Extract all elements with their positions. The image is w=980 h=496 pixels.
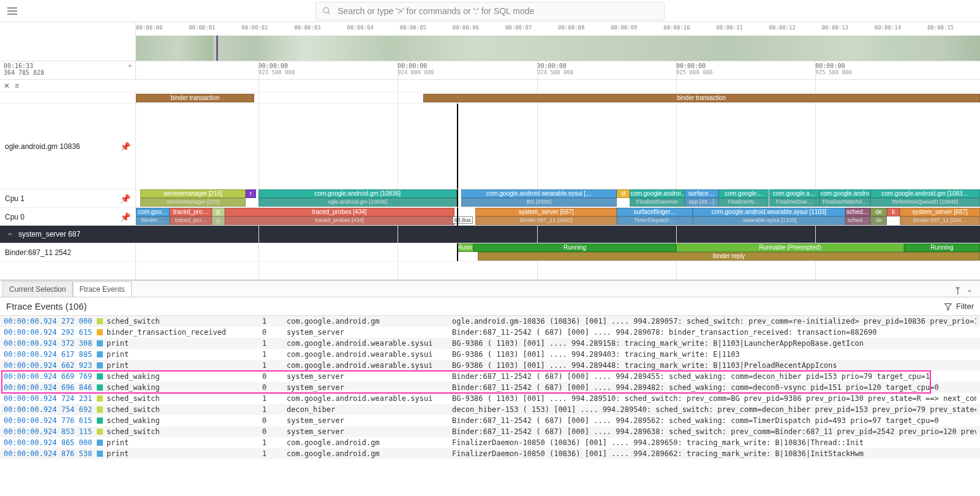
ftrace-row[interactable]: 00:00:00.924 662 923print1com.google.and… <box>0 360 980 371</box>
ev-name: sched_switch <box>107 317 160 326</box>
collapse-icon[interactable]: ✕ <box>4 82 10 90</box>
ftrace-row[interactable]: 00:00:00.924 617 885print1com.google.and… <box>0 349 980 360</box>
ev-message: BG-9386 ( 1103) [001] .... 994.289158: t… <box>452 339 976 348</box>
track-binder[interactable]: binder transactionbinder transaction <box>136 93 980 103</box>
ev-process: system_server <box>287 427 452 436</box>
ev-swatch <box>97 318 103 324</box>
omnibox[interactable] <box>315 2 665 20</box>
minimap-tick: 00:00:11 <box>716 25 742 31</box>
expand-icon[interactable]: ⌄ <box>967 285 973 297</box>
ev-name: print <box>107 339 129 348</box>
slice-bar[interactable]: k <box>887 208 900 216</box>
slice-bar[interactable]: com.google.a… <box>769 189 820 198</box>
ftrace-row[interactable]: 00:00:00.924 696 846sched_waking0system_… <box>0 382 980 393</box>
thread-track[interactable]: Runn…RunningRunnable (Preempted)Runningb… <box>136 243 980 261</box>
ev-swatch <box>97 329 103 335</box>
ftrace-row[interactable]: 00:00:00.924 292 615binder_transaction_r… <box>0 327 980 338</box>
ev-name: binder_transaction_received <box>107 328 226 337</box>
ev-cpu: 0 <box>262 427 287 436</box>
slice-bar[interactable]: system_server [687] <box>900 208 980 216</box>
track-process-gm[interactable]: ogle.android.gm 10836 📌 <box>0 104 136 189</box>
slice-bar[interactable]: com.google.android.wearable.sysui [… <box>461 189 617 198</box>
cpu-track-name[interactable]: Cpu 1📌 <box>0 189 136 207</box>
duration-badge: 63.8us <box>453 216 473 224</box>
slice-bar[interactable]: surface… <box>685 189 718 198</box>
ftrace-row[interactable]: 00:00:00.924 754 692sched_switch1decon_h… <box>0 404 980 415</box>
cpu-track[interactable]: com.goo…Binder:…traced_pro…traced_pro…pp… <box>136 208 980 226</box>
slice-sub: .wearable.sysui [1103] <box>693 216 845 225</box>
slice-bar[interactable]: com.google.android.gm [10836] <box>258 189 457 198</box>
thread-group-header[interactable]: system_server 687 <box>0 226 980 243</box>
slice-bar[interactable]: servicemanager [215] <box>140 189 246 198</box>
funnel-icon <box>944 302 952 311</box>
ruler-tick: 00:00:00925 500 000 <box>815 63 852 75</box>
slice-bar[interactable]: d <box>617 189 630 198</box>
ev-process: com.google.android.wearable.sysui <box>287 361 452 370</box>
cpu-track-name[interactable]: Cpu 0📌 <box>0 208 136 226</box>
track-process-gm-body[interactable] <box>136 104 980 189</box>
ftrace-event-list[interactable]: 00:00:00.924 272 000sched_switch1com.goo… <box>0 316 980 459</box>
slice-bar[interactable]: com.goo… <box>136 208 170 216</box>
ev-process: system_server <box>287 328 452 337</box>
slice-bar[interactable]: traced_pro… <box>170 208 212 216</box>
pin-icon[interactable]: 📌 <box>120 212 130 222</box>
ev-name: sched_waking <box>107 416 160 425</box>
time-ruler[interactable]: 00:00:00923 500 00000:00:00924 000 00000… <box>136 61 980 79</box>
slice-bar[interactable]: r <box>246 189 256 198</box>
ev-message: decon_hiber-153 ( 153) [001] .... 994.28… <box>452 405 976 414</box>
slice-bar[interactable]: system_server [687] <box>475 208 617 216</box>
ev-message: FinalizerDaemon-10850 (10836) [001] ....… <box>452 449 976 458</box>
slice-bar[interactable]: com.google.androi… <box>630 189 685 198</box>
minimap[interactable]: 00:00:0000:00:0100:00:0200:00:0300:00:04… <box>136 22 980 61</box>
slice-sub: de <box>870 216 888 225</box>
thread-name[interactable]: Binder:687_11 2542 <box>0 243 136 261</box>
slice-bar[interactable]: com.google… <box>718 189 769 198</box>
ev-swatch <box>97 340 103 346</box>
panel-tab[interactable]: Current Selection <box>2 281 73 297</box>
slice-bar[interactable]: surfaceflinger… <box>617 208 693 216</box>
scroll-top-icon[interactable]: ⤒ <box>954 285 962 297</box>
ftrace-row[interactable]: 00:00:00.924 865 000print1com.google.and… <box>0 437 980 448</box>
thread-slice[interactable]: Running <box>904 243 980 252</box>
ftrace-row[interactable]: 00:00:00.924 669 769sched_waking0system_… <box>0 371 980 382</box>
ftrace-row[interactable]: 00:00:00.924 372 308print1com.google.and… <box>0 338 980 349</box>
thread-group-name: system_server 687 <box>18 230 80 238</box>
slice-sub: traced_probes [434] <box>225 216 454 225</box>
slice-sub: Binder:687_11 [254… <box>900 216 980 225</box>
minimap-tick: 00:00:10 <box>663 25 690 31</box>
ev-timestamp: 00:00:00.924 853 115 <box>4 427 97 436</box>
slice-bar[interactable]: binder transaction <box>423 94 980 102</box>
pin-icon[interactable]: 📌 <box>120 194 130 204</box>
ftrace-row[interactable]: 00:00:00.924 272 000sched_switch1com.goo… <box>0 316 980 327</box>
thread-slice[interactable]: Runnable (Preempted) <box>676 243 904 252</box>
filter-lines-icon[interactable]: ≡ <box>15 82 17 90</box>
thread-slice[interactable]: binder reply <box>478 252 980 261</box>
panel-tab[interactable]: Ftrace Events <box>73 281 132 297</box>
ftrace-row[interactable]: 00:00:00.924 876 538print1com.google.and… <box>0 448 980 459</box>
ev-process: com.google.android.gm <box>287 317 452 326</box>
slice-bar[interactable]: com.google.android.wearable.sysui [1103] <box>693 208 845 216</box>
ev-message: FinalizerDaemon-10850 (10836) [001] ....… <box>452 438 976 447</box>
slice-bar[interactable]: com.google.andro… <box>820 189 870 198</box>
ev-name: print <box>107 438 129 447</box>
ev-swatch <box>97 429 103 435</box>
slice-bar[interactable]: p <box>212 208 225 216</box>
ftrace-row[interactable]: 00:00:00.924 724 231sched_switch1com.goo… <box>0 393 980 404</box>
thread-slice[interactable]: Runn… <box>457 243 474 252</box>
thread-slice[interactable]: Running <box>473 243 676 252</box>
ev-name: print <box>107 449 129 458</box>
slice-bar[interactable]: com.google.android.gm [1083… <box>870 189 980 198</box>
slice-bar[interactable]: traced_probes [434] <box>225 208 454 216</box>
slice-bar[interactable]: sched… <box>845 208 870 216</box>
cpu-track[interactable]: servicemanager [215]servicemanager [215]… <box>136 189 980 207</box>
ftrace-row[interactable]: 00:00:00.924 853 115sched_switch0system_… <box>0 426 980 437</box>
ev-message: Binder:687_11-2542 ( 687) [000] .... 994… <box>452 383 976 392</box>
search-input[interactable] <box>337 6 658 16</box>
minimap-tick: 00:00:14 <box>875 25 901 31</box>
slice-bar[interactable]: de <box>870 208 888 216</box>
filter-button[interactable]: Filter <box>944 302 974 311</box>
ftrace-row[interactable]: 00:00:00.924 776 615sched_waking0system_… <box>0 415 980 426</box>
menu-button[interactable] <box>5 4 20 18</box>
slice-bar[interactable]: binder transaction <box>136 94 254 102</box>
pin-icon[interactable]: 📌 <box>120 142 130 151</box>
